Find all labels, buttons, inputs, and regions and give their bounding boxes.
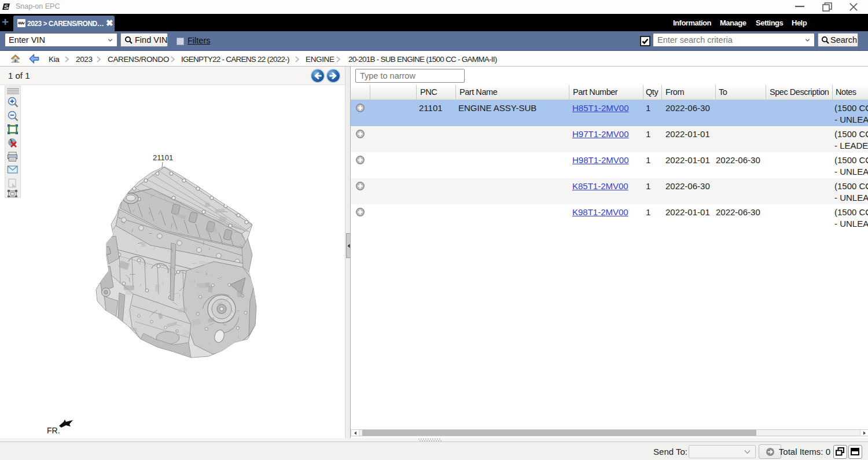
svg-text:21101: 21101 (153, 153, 173, 162)
